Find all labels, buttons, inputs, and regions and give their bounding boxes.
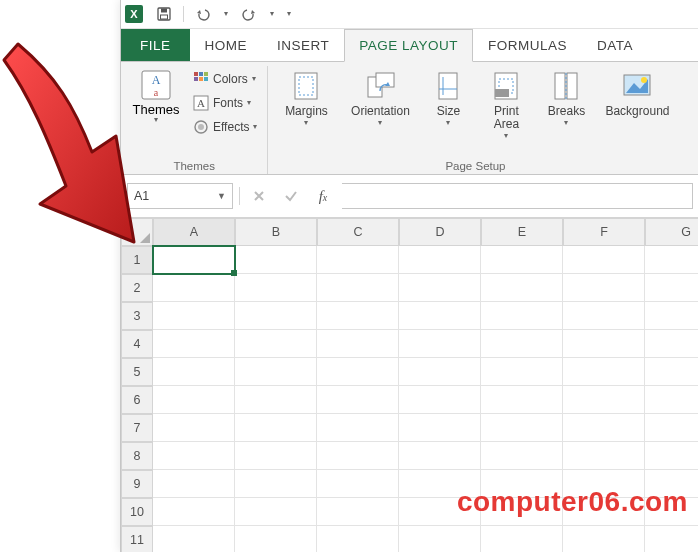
cell-C3[interactable] [317, 302, 399, 330]
effects-button[interactable]: Effects ▾ [189, 116, 261, 138]
cell-C1[interactable] [317, 246, 399, 274]
tab-page-layout[interactable]: PAGE LAYOUT [344, 29, 473, 62]
cell-A6[interactable] [153, 386, 235, 414]
size-button[interactable]: Size ▾ [422, 66, 474, 130]
col-header-E[interactable]: E [481, 218, 563, 246]
cell-E1[interactable] [481, 246, 563, 274]
cell-D4[interactable] [399, 330, 481, 358]
themes-button[interactable]: Aa Themes ▾ [127, 66, 185, 126]
qat-undo-button[interactable] [189, 3, 217, 25]
cell-D10[interactable] [399, 498, 481, 526]
cell-G1[interactable] [645, 246, 698, 274]
cell-A5[interactable] [153, 358, 235, 386]
cell-E4[interactable] [481, 330, 563, 358]
cell-G6[interactable] [645, 386, 698, 414]
cell-B8[interactable] [235, 442, 317, 470]
cell-A4[interactable] [153, 330, 235, 358]
cell-B5[interactable] [235, 358, 317, 386]
cell-A11[interactable] [153, 526, 235, 552]
cell-G10[interactable] [645, 498, 698, 526]
cell-E10[interactable] [481, 498, 563, 526]
row-header-3[interactable]: 3 [121, 302, 153, 330]
cell-B7[interactable] [235, 414, 317, 442]
tab-insert[interactable]: INSERT [262, 29, 344, 61]
col-header-C[interactable]: C [317, 218, 399, 246]
cell-B3[interactable] [235, 302, 317, 330]
row-header-4[interactable]: 4 [121, 330, 153, 358]
cell-D1[interactable] [399, 246, 481, 274]
cell-C9[interactable] [317, 470, 399, 498]
cell-B1[interactable] [235, 246, 317, 274]
cell-B6[interactable] [235, 386, 317, 414]
cell-B10[interactable] [235, 498, 317, 526]
cell-E5[interactable] [481, 358, 563, 386]
cell-G8[interactable] [645, 442, 698, 470]
cell-F11[interactable] [563, 526, 645, 552]
cell-F6[interactable] [563, 386, 645, 414]
cell-G3[interactable] [645, 302, 698, 330]
tab-data[interactable]: DATA [582, 29, 648, 61]
cell-E2[interactable] [481, 274, 563, 302]
cell-D8[interactable] [399, 442, 481, 470]
cell-C10[interactable] [317, 498, 399, 526]
cell-F10[interactable] [563, 498, 645, 526]
row-header-10[interactable]: 10 [121, 498, 153, 526]
cell-G2[interactable] [645, 274, 698, 302]
cell-G4[interactable] [645, 330, 698, 358]
breaks-button[interactable]: Breaks ▾ [538, 66, 594, 130]
row-header-2[interactable]: 2 [121, 274, 153, 302]
cell-D9[interactable] [399, 470, 481, 498]
row-header-8[interactable]: 8 [121, 442, 153, 470]
insert-function-button[interactable]: fx [310, 184, 336, 208]
cell-E6[interactable] [481, 386, 563, 414]
cell-B2[interactable] [235, 274, 317, 302]
cell-A2[interactable] [153, 274, 235, 302]
cell-E9[interactable] [481, 470, 563, 498]
row-header-6[interactable]: 6 [121, 386, 153, 414]
cell-F2[interactable] [563, 274, 645, 302]
cell-E8[interactable] [481, 442, 563, 470]
cell-D7[interactable] [399, 414, 481, 442]
formula-enter-button[interactable] [278, 184, 304, 208]
cell-G7[interactable] [645, 414, 698, 442]
cell-F1[interactable] [563, 246, 645, 274]
cell-B11[interactable] [235, 526, 317, 552]
col-header-F[interactable]: F [563, 218, 645, 246]
qat-save-button[interactable] [150, 3, 178, 25]
name-box[interactable]: A1 ▼ [127, 183, 233, 209]
cell-D5[interactable] [399, 358, 481, 386]
cell-D6[interactable] [399, 386, 481, 414]
row-header-7[interactable]: 7 [121, 414, 153, 442]
qat-redo-dropdown[interactable]: ▾ [265, 3, 279, 25]
cell-F9[interactable] [563, 470, 645, 498]
select-all-corner[interactable] [121, 218, 153, 246]
col-header-G[interactable]: G [645, 218, 698, 246]
cell-B4[interactable] [235, 330, 317, 358]
cell-C4[interactable] [317, 330, 399, 358]
cell-A1[interactable] [153, 246, 235, 274]
tab-file[interactable]: FILE [121, 29, 190, 61]
qat-redo-button[interactable] [235, 3, 263, 25]
cell-D11[interactable] [399, 526, 481, 552]
spreadsheet-grid[interactable]: A B C D E F G 1 2 3 4 5 6 7 8 9 10 11 [121, 218, 698, 552]
cell-E7[interactable] [481, 414, 563, 442]
row-header-1[interactable]: 1 [121, 246, 153, 274]
qat-undo-dropdown[interactable]: ▾ [219, 3, 233, 25]
cell-D2[interactable] [399, 274, 481, 302]
formula-input[interactable] [342, 183, 693, 209]
cell-D3[interactable] [399, 302, 481, 330]
cell-G5[interactable] [645, 358, 698, 386]
cell-E11[interactable] [481, 526, 563, 552]
fonts-button[interactable]: A Fonts ▾ [189, 92, 261, 114]
cell-C6[interactable] [317, 386, 399, 414]
cell-C2[interactable] [317, 274, 399, 302]
cell-C11[interactable] [317, 526, 399, 552]
cell-F4[interactable] [563, 330, 645, 358]
background-button[interactable]: Background [598, 66, 676, 121]
cell-F8[interactable] [563, 442, 645, 470]
row-header-9[interactable]: 9 [121, 470, 153, 498]
cell-F7[interactable] [563, 414, 645, 442]
qat-customize-button[interactable]: ▾ [281, 3, 297, 25]
cell-A10[interactable] [153, 498, 235, 526]
margins-button[interactable]: Margins ▾ [274, 66, 338, 130]
